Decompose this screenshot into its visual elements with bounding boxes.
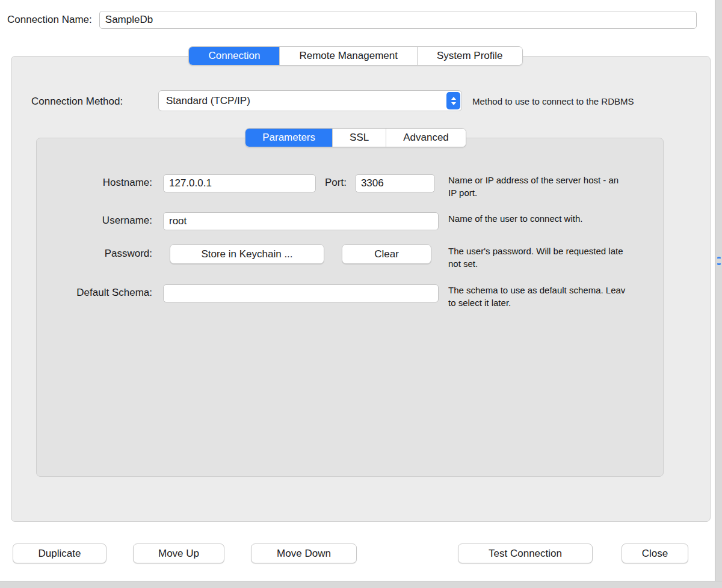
password-row: Password: Store in Keychain ... Clear: [37, 244, 446, 264]
close-button[interactable]: Close: [622, 544, 688, 563]
default-schema-row: Default Schema:: [37, 283, 446, 302]
clipped-edge-artifact: [717, 257, 721, 265]
hostname-label: Hostname:: [37, 173, 152, 189]
connection-method-help-text: Method to use to connect to the RDBMS: [472, 96, 634, 106]
move-up-button[interactable]: Move Up: [133, 544, 224, 563]
connection-method-select[interactable]: Standard (TCP/IP): [158, 90, 462, 111]
main-tab-bar: Connection Remote Management System Prof…: [0, 46, 711, 66]
username-row: Username:: [37, 211, 446, 230]
default-schema-label: Default Schema:: [37, 283, 152, 299]
tab-remote-management[interactable]: Remote Management: [279, 47, 416, 65]
username-label: Username:: [37, 211, 152, 227]
default-schema-input[interactable]: [163, 284, 439, 302]
connection-method-value: Standard (TCP/IP): [159, 95, 461, 107]
tab-system-profile[interactable]: System Profile: [417, 47, 522, 65]
parameters-panel: Hostname: Port: Name or IP address of th…: [36, 138, 664, 477]
default-schema-help-text: The schema to use as default schema. Lea…: [448, 284, 660, 309]
window-edge-right: [715, 0, 722, 588]
tab-parameters[interactable]: Parameters: [245, 129, 332, 147]
connection-method-label: Connection Method:: [31, 96, 123, 108]
port-input[interactable]: [355, 174, 435, 192]
duplicate-button[interactable]: Duplicate: [13, 544, 106, 563]
password-label: Password:: [37, 244, 152, 260]
connection-name-input[interactable]: [99, 11, 697, 29]
hostname-input[interactable]: [163, 174, 316, 192]
store-in-keychain-button[interactable]: Store in Keychain ...: [170, 244, 324, 264]
username-help-text: Name of the user to connect with.: [448, 212, 660, 225]
connection-editor-window: Connection Name: Connection Remote Manag…: [0, 0, 722, 588]
tab-connection[interactable]: Connection: [189, 47, 279, 65]
tab-ssl[interactable]: SSL: [332, 129, 386, 147]
move-down-button[interactable]: Move Down: [251, 544, 357, 563]
connection-name-label: Connection Name:: [7, 14, 92, 26]
main-tab-group: Connection Remote Management System Prof…: [188, 46, 522, 66]
password-help-text: The user's password. Will be requested l…: [448, 245, 660, 270]
connection-name-row: Connection Name:: [7, 11, 697, 29]
parameters-tab-bar: Parameters SSL Advanced: [0, 128, 711, 147]
hostname-row: Hostname: Port:: [37, 173, 446, 192]
username-input[interactable]: [163, 212, 439, 230]
stepper-arrows-icon: [446, 92, 460, 109]
test-connection-button[interactable]: Test Connection: [458, 544, 593, 563]
hostname-help-text: Name or IP address of the server host - …: [448, 174, 660, 199]
clear-password-button[interactable]: Clear: [342, 244, 431, 264]
port-label: Port:: [325, 173, 347, 189]
tab-advanced[interactable]: Advanced: [386, 129, 466, 147]
parameters-tab-group: Parameters SSL Advanced: [245, 128, 466, 147]
window-edge-bottom: [0, 581, 722, 588]
